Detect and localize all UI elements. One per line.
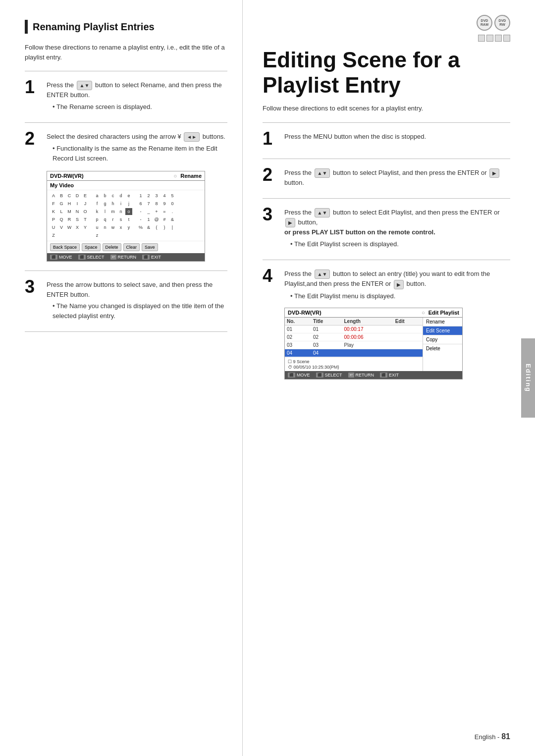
ep-menu-copy[interactable]: Copy — [423, 335, 462, 344]
spec-eq: = — [161, 208, 168, 215]
lchar-y: y — [125, 224, 132, 231]
btn-clear[interactable]: Clear — [123, 243, 140, 251]
btn-backspace[interactable]: Back Space — [50, 243, 80, 251]
num-8: 8 — [153, 200, 160, 207]
dvd-screen-header: DVD-RW(VR) ○ Rename — [47, 171, 205, 181]
ep-datetime: ⏱ 00/05/10 10:25:30(PM) — [288, 365, 420, 370]
lchar-o-hl: o — [125, 208, 132, 215]
ep-menu-rename[interactable]: Rename — [423, 318, 462, 326]
inline-btn-r2: ▲▼ — [315, 168, 330, 178]
lchar-h: h — [109, 200, 116, 207]
lchar-c: c — [109, 192, 116, 199]
dvd-rename-screen: DVD-RW(VR) ○ Rename My Video A B C D E — [47, 171, 205, 262]
lchar-row-5: u n w x y — [94, 224, 132, 231]
spec-amp2: & — [145, 224, 152, 231]
edit-playlist-screen: DVD-RW(VR) ○ Edit Playlist No. Title Len… — [284, 308, 463, 379]
dvd-sub-title: My Video — [47, 181, 205, 190]
ep-footer-select: ⬛ SELECT — [316, 373, 342, 378]
ep-footer-exit: ⬛ EXIT — [380, 373, 399, 378]
ep-menu-delete[interactable]: Delete — [423, 344, 462, 353]
ep-menu-edit-scene[interactable]: Edit Scene — [423, 326, 462, 335]
ep-header-prefix: ○ — [422, 310, 427, 316]
ep-footer-exit-icon: ⬛ — [380, 373, 387, 378]
ep-side-menu: Rename Edit Scene Copy Delete — [423, 318, 462, 371]
right-divider-2 — [263, 159, 510, 159]
ep-row-1: 01 01 00:00:17 — [285, 325, 423, 333]
dvd-upper-chars: A B C D E F G H I J K L — [50, 192, 89, 239]
footer-exit-label: EXIT — [151, 255, 161, 260]
char-K: K — [50, 208, 57, 215]
sq-icon-1 — [478, 35, 485, 42]
inline-btn-r3b: ▶ — [285, 218, 295, 227]
spec-row-3: % & ( ) | — [137, 224, 176, 231]
checkbox-icon: ☐ — [288, 359, 292, 364]
step-content-1: Press the ▲▼ button to select Rename, an… — [47, 80, 227, 111]
right-divider-1 — [263, 122, 510, 123]
right-step-3-bold: or press PLAY LIST button on the remote … — [284, 228, 435, 236]
inline-btn-1: ▲▼ — [77, 81, 93, 90]
ep-footer-select-icon: ⬛ — [316, 373, 323, 378]
ep-row2-edit — [393, 333, 423, 341]
lchar-d: d — [117, 192, 124, 199]
num-7: 7 — [145, 200, 152, 207]
dvd-ram-icon: DVDRAM — [477, 15, 492, 31]
footer-exit-icon: ⬛ — [142, 255, 150, 260]
inline-btn-r2b: ▶ — [489, 168, 499, 178]
divider-3 — [25, 270, 227, 271]
ep-row4-length — [342, 349, 393, 357]
char-W: W — [66, 224, 73, 231]
btn-space[interactable]: Space — [82, 243, 101, 251]
section-title-area: Renaming Playlist Entries — [25, 20, 227, 34]
ep-footer-move: ⬛ MOVE — [288, 373, 310, 378]
title-bar-decoration — [25, 20, 28, 34]
lchar-l: l — [102, 208, 108, 215]
ep-footer: ⬛ MOVE ⬛ SELECT ↩ RETURN ⬛ EXIT — [285, 371, 462, 379]
num-9: 9 — [161, 200, 168, 207]
num-0: 0 — [169, 200, 176, 207]
lchar-u: u — [94, 224, 101, 231]
step-1-text: Press the ▲▼ button to select Rename, an… — [47, 81, 222, 99]
dvd-buttons: Back Space Space Delete Clear Save — [47, 241, 205, 253]
dvd-num-specials: 1 2 3 4 5 6 7 8 9 0 - _ — [137, 192, 176, 239]
lchar-w: w — [109, 224, 116, 231]
ep-th-title: Title — [311, 318, 342, 325]
right-step-4-text: Press the ▲▼ button to select an entry (… — [284, 270, 490, 287]
footer-move-icon: ⬛ — [50, 255, 57, 260]
ep-body: No. Title Length Edit 01 01 00:00:17 — [285, 318, 462, 371]
left-column: Renaming Playlist Entries Follow these d… — [0, 0, 243, 756]
footer-select: ⬛ SELECT — [78, 255, 105, 260]
dvd-screen-body: A B C D E F G H I J K L — [47, 190, 205, 241]
char-L: L — [58, 208, 65, 215]
lchar-e: e — [125, 192, 132, 199]
right-step-content-2: Press the ▲▼ button to select Playlist, … — [284, 168, 510, 188]
ep-row1-title: 01 — [311, 325, 342, 333]
footer-exit: ⬛ EXIT — [142, 255, 161, 260]
dvd-lower-chars: a b c d e f g h i j k l — [94, 192, 132, 239]
step-2-bullet: Functionality is the same as the Rename … — [53, 144, 227, 163]
section-title: Renaming Playlist Entries — [33, 21, 155, 33]
num-3: 3 — [153, 192, 160, 199]
ep-th-length: Length — [342, 318, 393, 325]
right-step-content-4: Press the ▲▼ button to select an entry (… — [284, 269, 510, 301]
dvd-footer: ⬛ MOVE ⬛ SELECT ↩ RETURN ⬛ EXIT — [47, 253, 205, 261]
ep-playlist-table: No. Title Length Edit 01 01 00:00:17 — [285, 318, 423, 357]
lchar-row-4: p q r s t — [94, 216, 132, 223]
footer-return-label: RETURN — [118, 255, 137, 260]
ep-row1-length: 00:00:17 — [342, 325, 393, 333]
right-step-4-bullet: The Edit Playlist menu is displayed. — [290, 291, 510, 301]
char-Q: Q — [58, 216, 65, 223]
char-D: D — [74, 192, 81, 199]
inline-btn-r3: ▲▼ — [315, 208, 330, 217]
lchar-b: b — [102, 192, 108, 199]
divider-1 — [25, 71, 227, 71]
char-V: V — [58, 224, 65, 231]
char-X: X — [74, 224, 81, 231]
ep-row2-length: 00:00:06 — [342, 333, 393, 341]
btn-save[interactable]: Save — [142, 243, 158, 251]
spec-amp: & — [169, 216, 176, 223]
btn-delete[interactable]: Delete — [103, 243, 121, 251]
lchar-j: j — [125, 200, 132, 207]
ep-row-3: 03 03 Play — [285, 341, 423, 349]
big-heading-line2: Playlist Entry — [263, 73, 401, 97]
right-divider-3 — [263, 198, 510, 199]
